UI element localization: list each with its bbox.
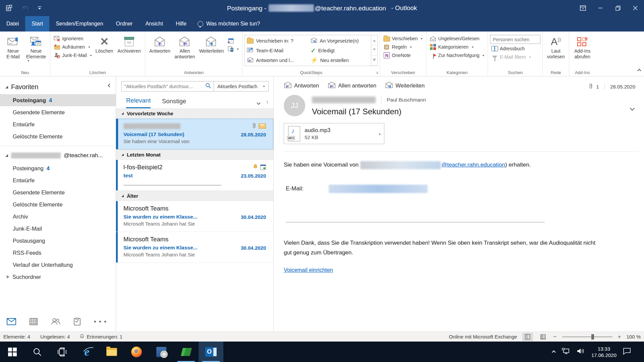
- sidebar-item-rss[interactable]: RSS-Feeds: [0, 247, 116, 259]
- mail-row-teams-1[interactable]: Microsoft Teams Sie wurden zu einem Klas…: [116, 201, 273, 232]
- outlook-taskbar-icon[interactable]: O: [199, 342, 223, 362]
- filter-dropdown-icon[interactable]: [257, 100, 260, 106]
- sidebar-item-gesendete[interactable]: Gesendete Elemente: [0, 186, 116, 198]
- tab-datei[interactable]: Datei: [0, 16, 25, 32]
- sidebar-item-gesendete-favorit[interactable]: Gesendete Elemente: [0, 106, 116, 118]
- search-input[interactable]: [124, 84, 203, 89]
- get-addins-button[interactable]: + Add-Insabrufen: [571, 34, 593, 61]
- mail-row-lfos[interactable]: l-fos-Beispiel2 test 23.05.2020 ________…: [116, 160, 273, 191]
- attachment-options-button[interactable]: [377, 131, 381, 137]
- more-modules-icon[interactable]: • • •: [94, 318, 107, 325]
- reply-button[interactable]: Antworten: [147, 34, 172, 55]
- tab-start[interactable]: Start: [25, 16, 49, 32]
- archive-button[interactable]: Archivieren: [115, 34, 143, 55]
- quickstep-erledigt[interactable]: ✓ Erledigt: [311, 46, 371, 55]
- reply-all-button[interactable]: Allenantworten: [172, 34, 197, 61]
- onenote-button[interactable]: N OneNote: [382, 52, 424, 59]
- connection-status[interactable]: Online mit Microsoft Exchange: [449, 334, 517, 340]
- follow-up-button[interactable]: Zur Nachverfolgung: [428, 52, 486, 59]
- tray-expand-icon[interactable]: [552, 349, 555, 355]
- items-count[interactable]: Elemente: 4: [3, 334, 30, 340]
- voicemail-setup-link[interactable]: Voicemail einrichten: [284, 267, 333, 273]
- software-disc-icon[interactable]: [149, 342, 174, 362]
- sidebar-item-archiv[interactable]: Archiv: [0, 210, 116, 223]
- reply-all-link[interactable]: Allen antworten: [328, 82, 376, 89]
- taskbar-search-button[interactable]: [25, 342, 50, 362]
- calendar-module-icon[interactable]: [30, 318, 38, 325]
- account-header[interactable]: @teacher.rah...: [0, 149, 116, 162]
- tab-hilfe[interactable]: Hilfe: [169, 16, 193, 32]
- quickstep-verschieben-in[interactable]: Verschieben in: ?: [247, 36, 311, 46]
- avatar[interactable]: JJ: [284, 95, 305, 116]
- unread-read-button[interactable]: Ungelesen/Gelesen: [428, 35, 486, 42]
- recipient-name[interactable]: Paul Buschmann: [387, 97, 426, 103]
- cleanup-button[interactable]: Aufräumen: [52, 43, 93, 51]
- delete-button[interactable]: ✕ Löschen: [93, 34, 115, 55]
- layout-view-button[interactable]: [538, 333, 548, 341]
- collapse-folder-pane-button[interactable]: [108, 82, 111, 88]
- sidebar-item-posteingang[interactable]: Posteingang4: [0, 162, 116, 174]
- mail-module-icon[interactable]: [7, 318, 16, 325]
- dialog-launcher-icon[interactable]: ↘: [375, 70, 378, 75]
- internet-explorer-icon[interactable]: e: [74, 342, 99, 362]
- sidebar-item-junk[interactable]: Junk-E-Mail: [0, 223, 116, 235]
- filter-email-button[interactable]: E-Mail filtern: [490, 53, 540, 61]
- zoom-in-button[interactable]: +: [618, 334, 621, 340]
- sidebar-item-postausgang[interactable]: Postausgang: [0, 235, 116, 247]
- mail-row-teams-2[interactable]: Microsoft Teams Sie wurden zu einem Klas…: [116, 232, 273, 263]
- zoom-level[interactable]: 100 %: [626, 334, 641, 340]
- rules-button[interactable]: Regeln: [382, 43, 424, 51]
- zoom-slider-thumb[interactable]: [591, 334, 594, 340]
- search-box[interactable]: [121, 81, 214, 92]
- junk-button[interactable]: Junk-E-Mail: [52, 52, 93, 59]
- expand-header-button[interactable]: [631, 105, 634, 111]
- start-button[interactable]: [0, 342, 25, 362]
- more-respond-button[interactable]: [226, 45, 240, 53]
- reminders-status[interactable]: Erinnerungen: 1: [80, 334, 122, 340]
- forward-button[interactable]: Weiterleiten: [197, 34, 226, 55]
- sender-email-link[interactable]: @teacher.rahn.education: [441, 162, 505, 168]
- read-aloud-button[interactable]: A)) Lautvorlesen: [545, 34, 567, 61]
- firefox-icon[interactable]: [124, 342, 149, 362]
- quickstep-an-vorgesetzte[interactable]: An Vorgesetzte(n): [311, 36, 371, 46]
- sidebar-item-verlauf[interactable]: Verlauf der Unterhaltung: [0, 259, 116, 271]
- quickstep-antworten-und-loeschen[interactable]: Antworten und l...: [247, 55, 311, 65]
- file-explorer-icon[interactable]: [99, 342, 124, 362]
- task-view-button[interactable]: [50, 342, 74, 362]
- mail-row-voicemail[interactable]: Voicemail (17 Sekunden) 28.05.2020 Sie h…: [116, 119, 273, 149]
- reply-link[interactable]: Antworten: [284, 82, 319, 89]
- collapse-ribbon-button[interactable]: [638, 67, 641, 73]
- tab-senden-empfangen[interactable]: Senden/Empfangen: [49, 16, 109, 32]
- categorize-button[interactable]: Kategorisieren: [428, 43, 486, 51]
- new-email-button[interactable]: NeueE-Mail: [2, 34, 24, 61]
- taskbar-clock[interactable]: 13:33 17.06.2020: [591, 346, 616, 358]
- forward-link[interactable]: Weiterleiten: [385, 82, 425, 89]
- address-book-button[interactable]: Adressbuch: [490, 45, 540, 52]
- tab-sonstige[interactable]: Sonstige: [162, 98, 186, 108]
- zoom-slider[interactable]: [562, 337, 612, 337]
- search-icon[interactable]: [205, 83, 211, 90]
- new-items-button[interactable]: NeueElemente: [24, 34, 48, 63]
- customize-qat-icon[interactable]: [38, 6, 42, 10]
- section-header-aelter[interactable]: Älter: [116, 191, 273, 201]
- sort-order-icon[interactable]: ↑: [266, 99, 269, 106]
- move-button[interactable]: Verschieben: [382, 35, 424, 42]
- quicksteps-scrollbar[interactable]: [371, 35, 378, 66]
- people-module-icon[interactable]: [51, 318, 60, 325]
- restore-button[interactable]: [609, 0, 627, 16]
- sidebar-item-geloeschte-favorit[interactable]: Gelöschte Elemente: [0, 130, 116, 142]
- attachment-card[interactable]: ♪ MP3 audio.mp3 52 KB: [284, 123, 384, 144]
- tab-ansicht[interactable]: Ansicht: [139, 16, 169, 32]
- favorites-header[interactable]: Favoriten: [0, 81, 116, 94]
- quickstep-neu-erstellen[interactable]: ⚡ Neu erstellen: [311, 55, 371, 65]
- zoom-out-button[interactable]: −: [553, 334, 557, 340]
- close-button[interactable]: [627, 0, 644, 16]
- meeting-button[interactable]: [226, 37, 240, 44]
- undo-icon[interactable]: [21, 5, 29, 11]
- minimize-button[interactable]: [592, 0, 609, 16]
- sidebar-item-entwuerfe[interactable]: Entwürfe: [0, 174, 116, 186]
- sidebar-item-posteingang-favorit[interactable]: Posteingang4: [0, 94, 116, 106]
- send-receive-icon[interactable]: [5, 4, 13, 12]
- unread-count[interactable]: Ungelesen: 4: [40, 334, 70, 340]
- section-header-letzten-monat[interactable]: Letzten Monat: [116, 149, 273, 160]
